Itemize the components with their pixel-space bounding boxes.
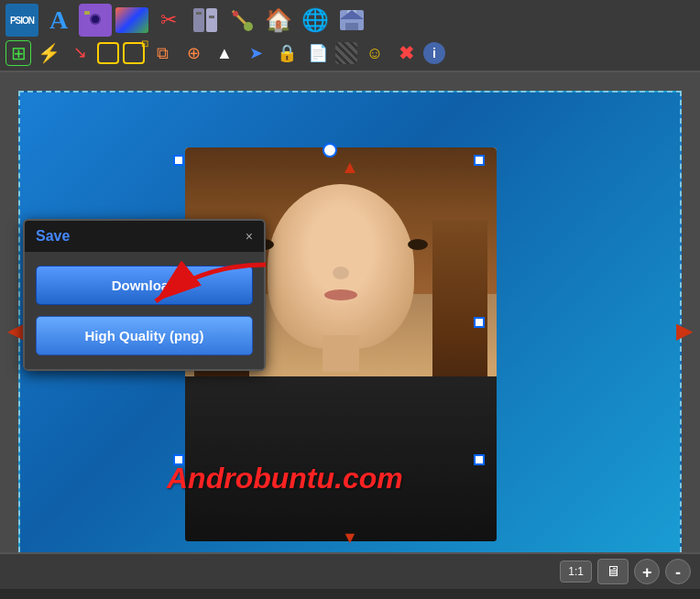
filter-tool-icon[interactable]	[189, 4, 222, 37]
lock-tool-icon[interactable]: 🔒	[273, 39, 301, 67]
save-popup-close[interactable]: ×	[246, 229, 253, 244]
layers-tool-icon[interactable]: ⧉	[148, 39, 176, 67]
selection-handle-lm[interactable]	[173, 454, 184, 465]
save-popup-title: Save	[36, 228, 70, 245]
triangle-tool-icon[interactable]: ▲	[211, 39, 238, 67]
home-tool-icon[interactable]: 🏠	[262, 4, 295, 37]
main-toolbar: PSION A ✂ 🏠 🌐 ⊞ ⚡ ↖ ⊡ ⧉ ⊕ ▲ ➤ 🔒 📄 ☺	[0, 0, 700, 72]
zoom-in-button[interactable]: +	[634, 559, 660, 584]
photo-tool-icon[interactable]	[79, 4, 112, 37]
doc-tool-icon[interactable]: 📄	[304, 39, 332, 67]
top-nav-arrow[interactable]: ▲	[341, 157, 359, 178]
cursor-tool-icon[interactable]: ↖	[66, 39, 93, 67]
flash-tool-icon[interactable]: ⚡	[35, 39, 62, 67]
selection-handle-tr[interactable]	[474, 155, 485, 166]
watermark-text: Androbuntu.com	[167, 462, 403, 496]
toolbar-row-1: PSION A ✂ 🏠 🌐	[5, 4, 695, 37]
brush-tool-icon[interactable]	[225, 4, 258, 37]
cut-tool-icon[interactable]: ✂	[152, 4, 185, 37]
zoom-out-button[interactable]: -	[665, 559, 691, 584]
info-tool-icon[interactable]: i	[423, 42, 445, 64]
toolbar-row-2: ⊞ ⚡ ↖ ⊡ ⧉ ⊕ ▲ ➤ 🔒 📄 ☺ ✖ i	[5, 39, 695, 67]
svg-rect-6	[196, 12, 202, 15]
close-x-icon[interactable]: ✖	[392, 39, 420, 67]
selection-handle-tl[interactable]	[173, 155, 184, 166]
save-popup-content: Download High Quality (png)	[25, 252, 264, 369]
save-popup: Save × Download High Quality (png)	[23, 219, 266, 371]
selection-handle-top[interactable]	[323, 143, 337, 158]
pattern-tool-icon[interactable]	[335, 42, 357, 64]
canvas-area: Androbuntu.com ◀ ▶ ▲ ▼ Save × Download H	[0, 72, 700, 589]
transform-tool-icon[interactable]: ⊡	[123, 42, 145, 64]
selection-handle-rm[interactable]	[474, 454, 485, 465]
monitor-button[interactable]: 🖥	[597, 559, 629, 584]
svg-rect-4	[193, 8, 204, 32]
svg-point-10	[233, 11, 238, 16]
network-tool-icon[interactable]: 🌐	[299, 4, 332, 37]
svg-rect-3	[84, 11, 90, 15]
save-popup-header: Save ×	[25, 221, 264, 252]
dup-tool-icon[interactable]: ⊕	[180, 39, 207, 67]
high-quality-button[interactable]: High Quality (png)	[36, 316, 253, 355]
rect-tool-icon[interactable]	[97, 42, 119, 64]
arrow-tool-icon[interactable]: ➤	[242, 39, 269, 67]
smile-tool-icon[interactable]: ☺	[361, 39, 388, 67]
save-tool-icon[interactable]	[335, 4, 368, 37]
grid-tool-icon[interactable]: ⊞	[5, 40, 31, 66]
download-button[interactable]: Download	[36, 266, 253, 305]
left-nav-arrow[interactable]: ◀	[7, 318, 24, 343]
right-nav-arrow[interactable]: ▶	[676, 318, 693, 343]
image-tool-icon[interactable]	[115, 7, 148, 33]
logo-icon[interactable]: PSION	[5, 4, 38, 37]
selection-handle-mr[interactable]	[474, 317, 485, 328]
zoom-ratio-button[interactable]: 1:1	[560, 561, 592, 583]
svg-point-2	[92, 16, 99, 23]
svg-rect-5	[206, 8, 217, 32]
bottom-nav-arrow[interactable]: ▼	[342, 528, 358, 548]
svg-point-9	[244, 22, 253, 31]
text-tool-icon[interactable]: A	[42, 4, 75, 37]
bottom-toolbar: 1:1 🖥 + -	[0, 552, 700, 589]
svg-rect-7	[209, 16, 214, 18]
